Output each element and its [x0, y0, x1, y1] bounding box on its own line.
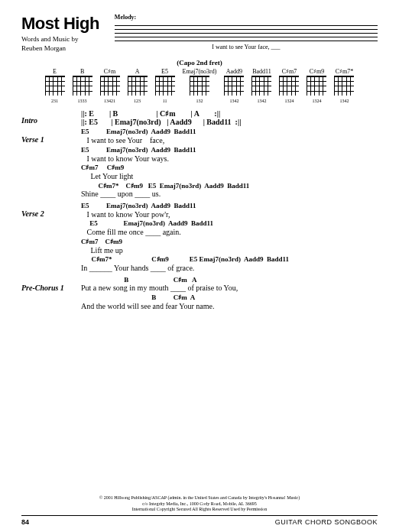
chord-fingering: 1342	[224, 99, 244, 103]
chord-grid	[100, 76, 120, 96]
footer: 84 GUITAR CHORD SONGBOOK	[21, 515, 378, 526]
lyric-text: I want to see Your face,	[81, 136, 378, 145]
chord-line: C♯m7* C♯m9 E5 Emaj7(no3rd) Aadd9 Badd11	[81, 256, 378, 264]
chord-name: Emaj7(no3rd)	[183, 68, 217, 75]
chord-line: E5 Emaj7(no3rd) Aadd9 Badd11	[81, 203, 378, 210]
chord-line: E5 Emaj7(no3rd) Aadd9 Badd11	[81, 128, 378, 136]
lyric-text: Shine ____ upon ____ us.	[81, 190, 378, 199]
chord-fingering: 1324	[307, 99, 326, 103]
chord-name: E	[45, 68, 65, 75]
byline: Words and Music by Reuben Morgan	[21, 35, 99, 53]
lyric-line: E5 Emaj7(no3rd) Aadd9 Badd11 I want to k…	[81, 147, 378, 163]
lyric-text: And the world will see and fear Your nam…	[81, 302, 378, 311]
chord-chart: E231	[45, 68, 65, 103]
chord-name: Aadd9	[224, 68, 244, 75]
copyright-line: International Copyright Secured All Righ…	[21, 507, 378, 512]
verse1-content: E5 Emaj7(no3rd) Aadd9 Badd11 I want to s…	[81, 128, 378, 200]
chord-chart: C♯m13421	[100, 68, 120, 103]
lyric-text: Come fill me once ____ again.	[81, 228, 378, 237]
chord-grid	[279, 76, 299, 96]
lyric-text: In ______ Your hands ____ of grace.	[81, 264, 378, 273]
chord-chart: C♯m91324	[307, 68, 326, 103]
chord-line: C♯m7* C♯m9 E5 Emaj7(no3rd) Aadd9 Badd11	[81, 183, 378, 190]
lyric-line: B C♯m AAnd the world will see and fear Y…	[81, 294, 378, 310]
chord-fingering: 1342	[251, 99, 271, 103]
page-number: 84	[21, 518, 29, 526]
chord-name: C♯m	[100, 68, 120, 75]
byline-label: Words and Music by	[21, 35, 79, 43]
chord-name: B	[73, 68, 92, 75]
melody-staff	[115, 22, 378, 42]
chord-chart: C♯m7*1342	[334, 68, 354, 103]
chord-name: C♯m9	[307, 68, 326, 75]
chord-fingering: 123	[128, 99, 148, 103]
chord-fingering: 1342	[334, 99, 354, 103]
chord-line: C♯m7 C♯m9	[81, 164, 378, 172]
chord-chart: Emaj7(no3rd)132	[183, 68, 217, 103]
chord-fingering: 1333	[73, 99, 92, 103]
chord-charts: E231B1333C♯m13421A123E511Emaj7(no3rd)132…	[44, 68, 355, 103]
chord-fingering: 11	[155, 99, 175, 103]
chord-chart: B1333	[73, 68, 92, 103]
lyric-line: B C♯m APut a new song in my mouth ____ o…	[81, 277, 378, 293]
chord-line: E5 Emaj7(no3rd) Aadd9 Badd11	[81, 220, 378, 228]
chord-chart: C♯m71324	[279, 68, 299, 103]
intro-content: ||: E | B | C♯m | A :||||: E5 | Emaj7(no…	[81, 109, 378, 126]
book-title: GUITAR CHORD SONGBOOK	[275, 518, 378, 526]
section-label-verse2: Verse 2	[21, 203, 81, 274]
section-label-verse1: Verse 1	[21, 128, 81, 200]
chord-name: E5	[155, 68, 175, 75]
chord-name: C♯m7	[279, 68, 299, 75]
chord-fingering: 231	[45, 99, 65, 103]
lyric-text: I want to know Your pow'r,	[81, 210, 378, 219]
chord-chart: Badd111342	[251, 68, 271, 103]
copyright: © 2001 Hillsong Publishing/ASCAP (admin.…	[21, 495, 378, 512]
chord-grid	[45, 76, 65, 96]
lyric-line: C♯m7* C♯m9 E5 Emaj7(no3rd) Aadd9 Badd11S…	[81, 183, 378, 199]
chord-line: B C♯m A	[81, 277, 378, 284]
melody-label: Melody:	[115, 14, 378, 21]
chord-grid	[155, 76, 175, 96]
melody-lyric: I want to see Your face, ___	[115, 44, 378, 50]
chord-grid	[190, 76, 209, 96]
chord-line: C♯m7 C♯m9	[81, 238, 378, 246]
chord-chart: A123	[128, 68, 148, 103]
lyric-text: Lift me up	[81, 246, 378, 255]
lyric-text: Put a new song in my mouth ____ of prais…	[81, 284, 378, 293]
chord-name: C♯m7*	[334, 68, 354, 75]
section-label-intro: Intro	[21, 109, 81, 126]
section-label-prechorus1: Pre-Chorus 1	[21, 277, 81, 313]
chord-fingering: 13421	[100, 99, 120, 103]
chord-line: E5 Emaj7(no3rd) Aadd9 Badd11	[81, 147, 378, 154]
chord-grid	[128, 76, 148, 96]
lyric-text: Let Your light	[81, 172, 378, 181]
chord-grid	[334, 76, 354, 96]
lyric-line: E5 Emaj7(no3rd) Aadd9 Badd11 I want to k…	[81, 203, 378, 219]
lyric-line: C♯m7 C♯m9 Let Your light	[81, 164, 378, 180]
chord-chart: Aadd91342	[224, 68, 244, 103]
prechorus1-content: B C♯m APut a new song in my mouth ____ o…	[81, 277, 378, 313]
verse2-content: E5 Emaj7(no3rd) Aadd9 Badd11 I want to k…	[81, 203, 378, 274]
chord-grid	[224, 76, 244, 96]
lyric-line: C♯m7* C♯m9 E5 Emaj7(no3rd) Aadd9 Badd11I…	[81, 256, 378, 272]
intro-line: ||: E | B | C♯m | A :||	[81, 109, 378, 118]
copyright-line: © 2001 Hillsong Publishing/ASCAP (admin.…	[21, 495, 378, 501]
copyright-line: c/o Integrity Media, Inc., 1000 Cody Roa…	[21, 501, 378, 507]
chord-line: B C♯m A	[81, 294, 378, 302]
chord-grid	[251, 76, 271, 96]
chord-name: Badd11	[251, 68, 271, 75]
chord-grid	[307, 76, 326, 96]
lyric-line: C♯m7 C♯m9 Lift me up	[81, 238, 378, 255]
chord-chart: E511	[155, 68, 175, 103]
lyric-text: I want to know Your ways.	[81, 154, 378, 164]
capo-note: (Capo 2nd fret)	[21, 59, 378, 66]
lyric-line: E5 Emaj7(no3rd) Aadd9 Badd11 Come fill m…	[81, 220, 378, 236]
chord-fingering: 132	[183, 99, 217, 103]
song-title: Most High	[21, 14, 99, 34]
lyric-line: E5 Emaj7(no3rd) Aadd9 Badd11 I want to s…	[81, 128, 378, 144]
intro-line: ||: E5 | Emaj7(no3rd) | Aadd9 | Badd11 :…	[81, 118, 378, 126]
byline-author: Reuben Morgan	[21, 44, 66, 52]
chord-grid	[73, 76, 92, 96]
chord-name: A	[128, 68, 148, 75]
chord-fingering: 1324	[279, 99, 299, 103]
